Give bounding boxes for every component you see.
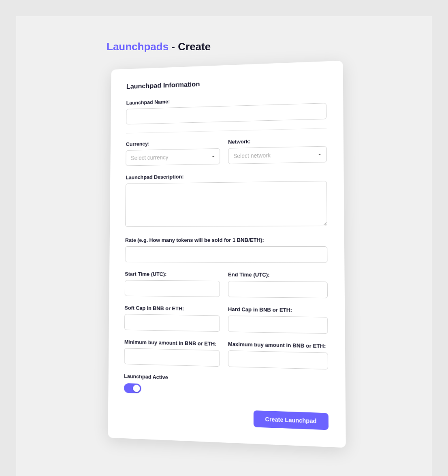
end-time-group: End Time (UTC): [228,271,328,298]
title-rest: - Create [169,41,211,53]
rate-label: Rate (e.g. How many tokens will be sold … [125,237,327,243]
description-group: Launchpad Description: [125,171,327,228]
title-highlight: Launchpads [107,41,169,53]
currency-label: Currency: [126,139,220,147]
time-row: Start Time (UTC): End Time (UTC): [125,271,328,307]
start-time-input[interactable] [125,280,220,297]
currency-network-row: Currency: Select currency BNB ETH USDT B… [126,137,327,175]
form-footer: Create Launchpad [124,406,329,430]
soft-cap-input[interactable] [124,314,220,332]
end-time-input[interactable] [228,281,328,298]
page-title: Launchpads - Create [107,41,341,53]
max-buy-input[interactable] [228,350,328,369]
network-label: Network: [228,137,326,145]
hard-cap-group: Hard Cap in BNB or ETH: [228,306,328,334]
active-toggle[interactable] [124,383,141,393]
network-select[interactable]: Select network BSC Ethereum Polygon [228,146,327,164]
currency-group: Currency: Select currency BNB ETH USDT B… [126,139,220,166]
end-time-label: End Time (UTC): [228,271,328,278]
min-buy-input[interactable] [124,348,220,367]
soft-cap-group: Soft Cap in BNB or ETH: [124,305,220,332]
cap-row: Soft Cap in BNB or ETH: Hard Cap in BNB … [124,305,328,343]
divider-1 [126,128,326,133]
soft-cap-label: Soft Cap in BNB or ETH: [124,305,220,312]
hard-cap-label: Hard Cap in BNB or ETH: [228,306,328,314]
hard-cap-input[interactable] [228,316,328,334]
card-container: Launchpads - Create Launchpad Informatio… [107,41,341,440]
toggle-thumb [133,384,140,392]
form-card: Launchpad Information Launchpad Name: Cu… [108,61,346,448]
network-group: Network: Select network BSC Ethereum Pol… [228,137,327,164]
currency-select[interactable]: Select currency BNB ETH USDT BUSD [126,148,220,166]
rate-input[interactable] [125,246,327,263]
launchpad-name-input[interactable] [126,103,326,124]
max-buy-group: Maximum buy amount in BNB or ETH: [228,341,328,369]
section-title: Launchpad Information [126,76,326,91]
start-time-group: Start Time (UTC): [125,271,220,297]
create-launchpad-button[interactable]: Create Launchpad [254,410,329,430]
rate-group: Rate (e.g. How many tokens will be sold … [125,237,327,263]
toggle-wrapper [124,383,329,399]
start-time-label: Start Time (UTC): [125,271,220,277]
page-wrapper: Launchpads - Create Launchpad Informatio… [16,16,432,476]
min-buy-group: Minimum buy amount in BNB or ETH: [124,339,220,367]
description-textarea[interactable] [125,181,327,227]
buy-row: Minimum buy amount in BNB or ETH: Maximu… [124,339,328,379]
launchpad-name-group: Launchpad Name: [126,94,326,124]
